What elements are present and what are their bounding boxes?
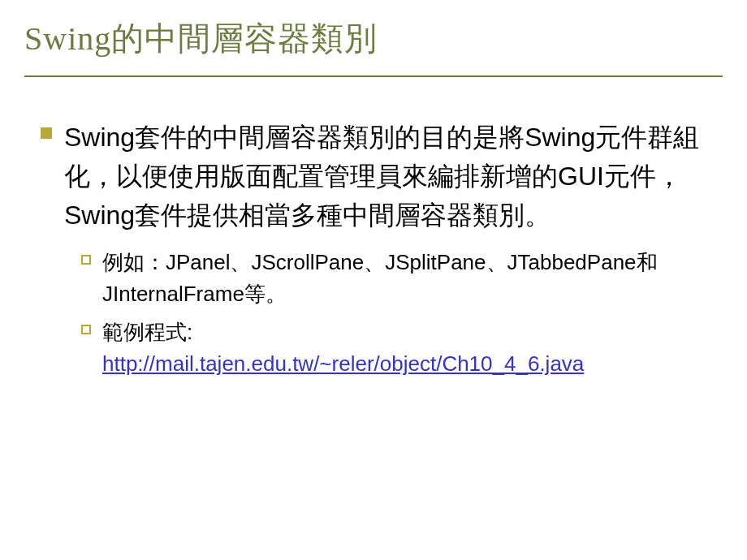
outline-square-bullet-icon bbox=[81, 325, 91, 334]
outline-square-bullet-icon bbox=[81, 255, 91, 265]
main-bullet-text: Swing套件的中間層容器類別的目的是將Swing元件群組化，以便使用版面配置管… bbox=[64, 118, 723, 235]
slide-container: Swing的中間層容器類別 Swing套件的中間層容器類別的目的是將Swing元… bbox=[0, 0, 747, 560]
example-code-link[interactable]: http://mail.tajen.edu.tw/~reler/object/C… bbox=[102, 351, 584, 376]
square-bullet-icon bbox=[41, 127, 52, 139]
sub-bullet-item: 範例程式: http://mail.tajen.edu.tw/~reler/ob… bbox=[24, 317, 723, 380]
sub-bullet-item: 例如：JPanel、JScrollPane、JSplitPane、JTabbed… bbox=[24, 247, 723, 310]
sub-bullet-text-with-link: 範例程式: http://mail.tajen.edu.tw/~reler/ob… bbox=[102, 317, 584, 380]
main-bullet-item: Swing套件的中間層容器類別的目的是將Swing元件群組化，以便使用版面配置管… bbox=[24, 118, 723, 235]
sub-bullet-text: 例如：JPanel、JScrollPane、JSplitPane、JTabbed… bbox=[102, 247, 723, 310]
sub-bullet-label: 範例程式: bbox=[102, 320, 192, 344]
slide-title: Swing的中間層容器類別 bbox=[24, 16, 723, 77]
